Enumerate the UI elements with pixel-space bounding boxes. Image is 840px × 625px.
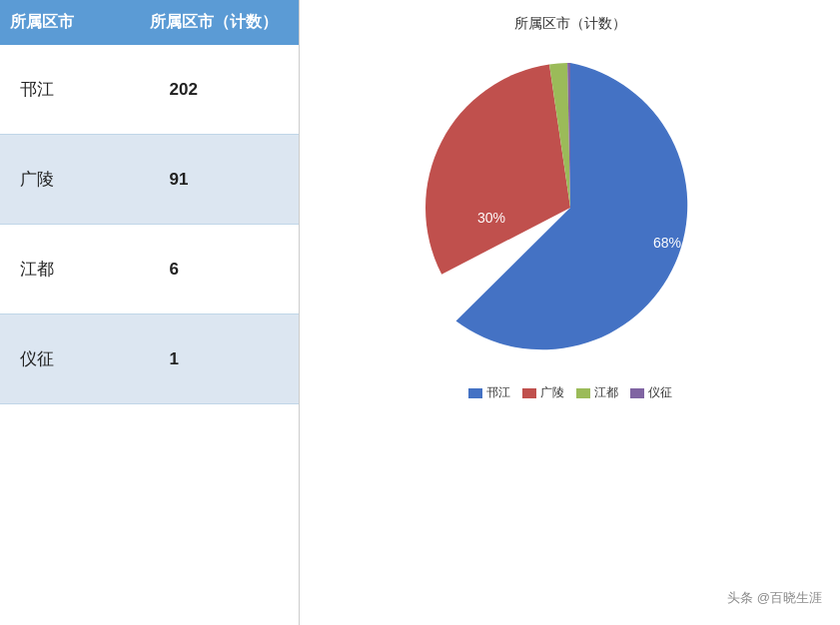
district-name: 江都 [0, 248, 150, 291]
table-row: 江都 6 [0, 225, 299, 314]
table-row: 邗江 202 [0, 45, 299, 135]
table-row: 仪征 1 [0, 314, 299, 404]
header-col2: 所属区市（计数） [150, 12, 290, 33]
pie-chart-svg: 68% 30% [406, 43, 735, 372]
district-count: 6 [150, 250, 300, 290]
district-name: 广陵 [0, 158, 150, 201]
district-count: 91 [150, 160, 300, 200]
label-30: 30% [477, 210, 505, 226]
table-row: 广陵 91 [0, 135, 299, 225]
district-name: 仪征 [0, 337, 150, 380]
legend-label-广陵: 广陵 [540, 384, 564, 401]
table-header: 所属区市 所属区市（计数） [0, 0, 299, 45]
header-col1: 所属区市 [10, 12, 150, 33]
chart-title: 所属区市（计数） [514, 15, 626, 33]
data-table: 所属区市 所属区市（计数） 邗江 202 广陵 91 江都 6 仪征 1 [0, 0, 300, 625]
watermark: 头条 @百晓生涯 [727, 589, 822, 607]
legend-color-广陵 [522, 388, 536, 398]
label-68: 68% [653, 235, 681, 251]
district-count: 1 [150, 339, 300, 379]
legend-color-江都 [576, 388, 590, 398]
legend-label-仪征: 仪征 [648, 384, 672, 401]
district-name: 邗江 [0, 68, 150, 111]
legend-item-江都: 江都 [576, 384, 618, 401]
legend-label-江都: 江都 [594, 384, 618, 401]
pie-chart: 68% 30% [406, 43, 735, 372]
legend-label-邗江: 邗江 [486, 384, 510, 401]
legend-item-邗江: 邗江 [468, 384, 510, 401]
chart-panel: 所属区市（计数） [300, 0, 840, 625]
legend-item-广陵: 广陵 [522, 384, 564, 401]
district-count: 202 [150, 70, 300, 110]
chart-legend: 邗江 广陵 江都 仪征 [468, 384, 672, 401]
legend-color-仪征 [630, 388, 644, 398]
legend-color-邗江 [468, 388, 482, 398]
legend-item-仪征: 仪征 [630, 384, 672, 401]
